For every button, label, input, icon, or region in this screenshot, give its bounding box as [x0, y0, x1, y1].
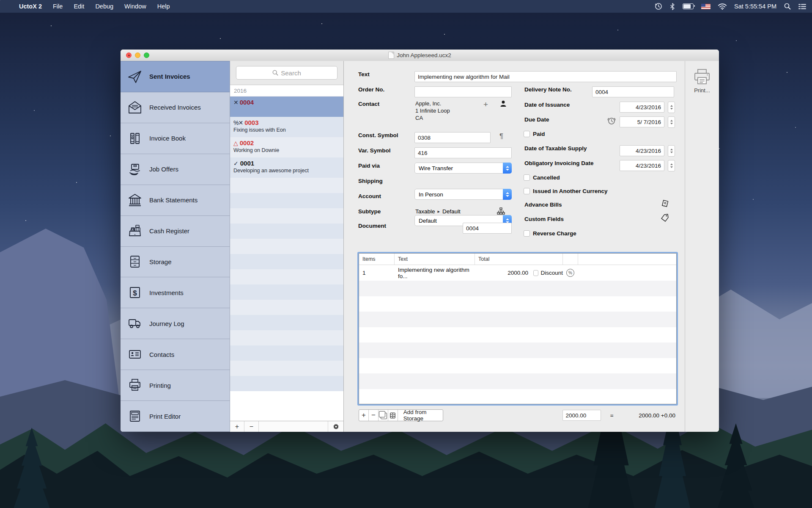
sidebar-item-storage[interactable]: Storage: [121, 247, 230, 278]
advance-bills-button[interactable]: [660, 200, 669, 209]
time-machine-icon[interactable]: [655, 3, 662, 10]
invoice-number: 0001: [240, 160, 254, 167]
bank-icon: [127, 193, 143, 208]
pilcrow-button[interactable]: ¶: [499, 132, 503, 141]
text-field[interactable]: Implementing new algorithm for Mail: [414, 71, 677, 82]
col-discount[interactable]: [563, 254, 578, 265]
var-symbol-field[interactable]: 416: [414, 147, 512, 158]
battery-icon[interactable]: [683, 3, 694, 9]
amount-input[interactable]: 2000.00: [562, 410, 601, 421]
paid-checkbox[interactable]: [524, 131, 530, 137]
minimize-button[interactable]: [135, 52, 140, 58]
bluetooth-icon[interactable]: [670, 3, 675, 10]
items-table[interactable]: Items Text Total 1 Implementing new algo…: [359, 253, 677, 404]
due-date-alarm-button[interactable]: [607, 116, 616, 125]
storage-item-button[interactable]: [388, 410, 398, 421]
taxable-supply-field[interactable]: 4/23/2016: [620, 145, 664, 156]
col-items[interactable]: Items: [359, 254, 395, 265]
date-stepper[interactable]: [668, 116, 675, 128]
item-total: 2000.00: [475, 270, 530, 276]
date-stepper[interactable]: [668, 160, 675, 171]
sidebar-item-journey-log[interactable]: Journey Log: [121, 308, 230, 339]
reverse-charge-checkbox-row[interactable]: Reverse Charge: [524, 230, 576, 237]
reverse-charge-checkbox[interactable]: [524, 230, 530, 237]
menu-file[interactable]: File: [47, 0, 68, 13]
custom-fields-button[interactable]: [660, 213, 670, 223]
subtype-value[interactable]: Taxable ▸ Default: [415, 208, 461, 215]
duplicate-item-button[interactable]: [379, 410, 388, 421]
sidebar-item-received-invoices[interactable]: Received Invoices: [121, 92, 230, 123]
menu-clock[interactable]: Sat 5:55:54 PM: [734, 3, 776, 10]
cancelled-checkbox-row[interactable]: Cancelled: [524, 174, 560, 181]
list-item-0001[interactable]: ✓ 0001 Developing an awesome project: [230, 157, 343, 178]
list-item-0003[interactable]: %✕ 0003 Fixing issues with Eon: [230, 117, 343, 137]
invoice-subtitle: Fixing issues with Eon: [233, 127, 340, 133]
zoom-button[interactable]: [144, 52, 149, 58]
menu-app-name[interactable]: UctoX 2: [14, 0, 47, 13]
remove-invoice-button[interactable]: −: [244, 421, 259, 432]
sidebar-item-label: Job Offers: [149, 166, 178, 173]
window-title: John Appleseed.ucx2: [397, 52, 451, 58]
search-input[interactable]: Search: [236, 66, 337, 80]
delivery-note-field[interactable]: 0004: [592, 86, 674, 97]
order-no-field[interactable]: [414, 86, 512, 97]
sidebar-item-sent-invoices[interactable]: Sent Invoices: [121, 61, 230, 92]
percent-icon[interactable]: %: [566, 269, 574, 277]
add-invoice-button[interactable]: +: [230, 421, 244, 432]
paid-label: Paid: [533, 131, 545, 137]
sidebar-item-contacts[interactable]: Contacts: [121, 339, 230, 370]
list-year-header: 2016: [230, 85, 343, 97]
print-pane: Print...: [685, 61, 719, 432]
currency-checkbox-row[interactable]: Issued in Another Currency: [524, 188, 608, 194]
currency-checkbox[interactable]: [524, 188, 530, 194]
shipping-select[interactable]: In Person: [414, 189, 512, 200]
col-extra[interactable]: [578, 254, 676, 265]
item-row[interactable]: 1 Implementing new algorithm fo... 2000.…: [359, 265, 676, 281]
col-text[interactable]: Text: [395, 254, 475, 265]
paid-checkbox-row[interactable]: Paid: [524, 131, 545, 137]
cancelled-checkbox[interactable]: [524, 174, 530, 181]
menu-debug[interactable]: Debug: [90, 0, 119, 13]
obligatory-invoicing-field[interactable]: 4/23/2016: [620, 160, 664, 171]
sidebar-item-investments[interactable]: $ Investments: [121, 277, 230, 308]
notification-center-icon[interactable]: [798, 3, 806, 10]
date-stepper[interactable]: [668, 145, 675, 157]
list-item-0002[interactable]: △ 0002 Working on Downie: [230, 137, 343, 157]
shipping-label: Shipping: [358, 178, 383, 184]
add-from-storage-button[interactable]: Add from Storage: [398, 410, 443, 421]
wifi-icon[interactable]: [718, 3, 727, 10]
menu-window[interactable]: Window: [119, 0, 152, 13]
sidebar-item-cash-register[interactable]: Cash Register: [121, 216, 230, 247]
date-of-issuance-field[interactable]: 4/23/2016: [620, 102, 664, 113]
menu-help[interactable]: Help: [152, 0, 176, 13]
paid-via-select[interactable]: Wire Transfer: [414, 163, 512, 174]
contact-add-button[interactable]: +: [483, 100, 488, 109]
spotlight-icon[interactable]: [784, 3, 791, 10]
sidebar-item-printing[interactable]: Printing: [121, 370, 230, 401]
close-button[interactable]: [126, 52, 132, 58]
books-icon: [127, 131, 143, 146]
add-item-button[interactable]: +: [359, 410, 369, 421]
subtype-hierarchy-button[interactable]: [497, 207, 505, 215]
gear-menu-button[interactable]: [328, 421, 343, 432]
discount-checkbox[interactable]: [533, 270, 538, 276]
print-label: Print...: [694, 87, 710, 94]
col-total[interactable]: Total: [475, 254, 563, 265]
list-item-0004[interactable]: ✕ 0004: [230, 97, 343, 117]
gear-icon: [333, 423, 339, 430]
sidebar-item-print-editor[interactable]: Print Editor: [121, 401, 230, 432]
print-button[interactable]: Print...: [693, 69, 711, 94]
sidebar-item-job-offers[interactable]: Job Offers: [121, 154, 230, 185]
remove-item-button[interactable]: −: [369, 410, 379, 421]
date-stepper[interactable]: [668, 102, 675, 113]
const-symbol-field[interactable]: 0308: [414, 132, 491, 143]
sidebar-item-bank-statements[interactable]: Bank Statements: [121, 185, 230, 216]
contact-person-button[interactable]: [499, 100, 507, 108]
drawers-icon: [127, 254, 143, 269]
due-date-field[interactable]: 5/ 7/2016: [620, 116, 664, 127]
menu-edit[interactable]: Edit: [68, 0, 90, 13]
sidebar-item-invoice-book[interactable]: Invoice Book: [121, 123, 230, 154]
document-number-field[interactable]: 0004: [463, 223, 512, 234]
title-bar[interactable]: John Appleseed.ucx2: [121, 50, 719, 61]
input-source-flag-icon[interactable]: [701, 4, 710, 9]
